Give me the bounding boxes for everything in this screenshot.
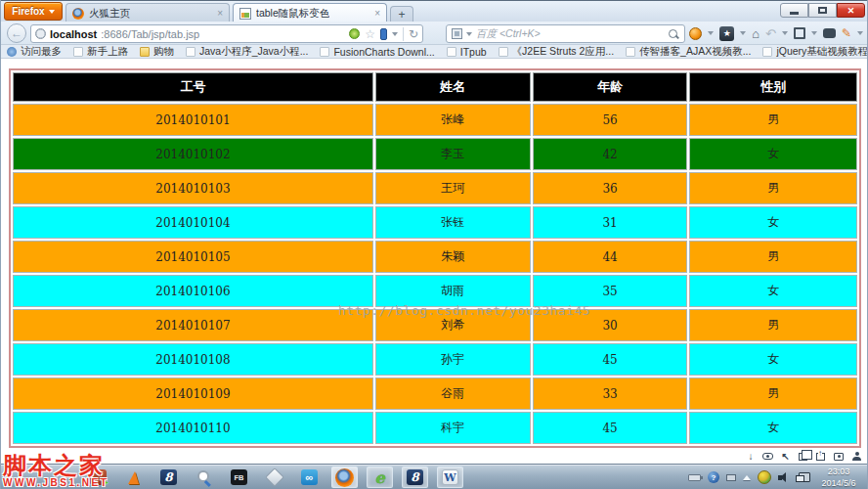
browser-window: Firefox 火狐主页 × table随鼠标变色 × + ✕ ← [0, 0, 868, 489]
search-bar[interactable]: 百度 <Ctrl+K> [446, 24, 685, 43]
bookmark-item[interactable]: 新手上路 [73, 45, 128, 59]
table-cell: 2014010104 [13, 206, 373, 239]
back-button[interactable]: ← [7, 23, 26, 43]
chevron-down-icon[interactable] [811, 31, 817, 35]
table-row[interactable]: 2014010106胡雨35女 [13, 275, 857, 307]
app-tile [125, 469, 142, 485]
cursor-select-icon[interactable]: ↖ [782, 452, 790, 462]
copy-windows-icon[interactable] [799, 453, 807, 461]
matlab-icon[interactable] [120, 467, 147, 488]
app-tile: FB [231, 469, 247, 485]
mobile-device-icon[interactable] [380, 28, 387, 40]
bookmark-star-icon[interactable]: ☆ [365, 28, 375, 40]
folder-icon [140, 47, 150, 57]
download-arrow-icon[interactable]: ↓ [749, 452, 754, 462]
new-tab-button[interactable]: + [390, 6, 413, 22]
table-cell: 王珂 [375, 172, 531, 204]
site-identity-globe-icon[interactable] [35, 28, 46, 39]
table-row[interactable]: 2014010105朱颖44男 [13, 241, 857, 273]
snip-tool-icon[interactable] [191, 467, 217, 488]
word-icon[interactable]: W [437, 467, 463, 488]
chevron-down-icon[interactable] [466, 32, 472, 36]
network-icon[interactable] [799, 472, 810, 482]
app-tile [195, 469, 212, 485]
chevron-down-icon[interactable] [740, 31, 746, 35]
app8-icon-2[interactable]: 8 [402, 467, 428, 488]
chevron-down-icon[interactable] [857, 31, 863, 35]
camera-capture-icon[interactable] [834, 453, 844, 461]
bookmark-item[interactable]: 购物 [140, 45, 174, 59]
table-cell: 女 [689, 138, 857, 170]
cloud-icon[interactable]: ∞ [296, 467, 323, 488]
fb-icon[interactable]: FB [226, 467, 252, 488]
red-suite-icon[interactable] [85, 467, 111, 488]
table-row[interactable]: 2014010108孙宇45女 [13, 343, 857, 376]
table-row[interactable]: 2014010102李玉42女 [13, 138, 857, 170]
firefox-icon[interactable] [331, 467, 358, 488]
close-button[interactable]: ✕ [837, 3, 865, 18]
bookmark-item[interactable]: Java小程序_Java小程... [186, 45, 308, 59]
crop-icon[interactable] [794, 27, 805, 39]
export-icon[interactable] [816, 453, 825, 461]
home-icon[interactable]: ⌂ [752, 27, 760, 40]
tab-table-page[interactable]: table随鼠标变色 × [233, 3, 387, 22]
taskbar-apps: 8FB∞e8W [85, 466, 463, 489]
help-balloon-icon[interactable]: ? [708, 471, 719, 483]
chevron-down-icon[interactable] [782, 31, 788, 35]
display-mini-icon[interactable] [726, 474, 736, 481]
bookmark-item[interactable]: 访问最多 [7, 45, 62, 59]
tab-firefox-home[interactable]: 火狐主页 × [65, 3, 230, 22]
feedback-bubble-icon[interactable] [823, 28, 836, 38]
tab-close-icon[interactable]: × [217, 8, 223, 19]
options-ball-icon[interactable] [689, 27, 702, 40]
chevron-down-icon [49, 10, 55, 14]
tab-title: table随鼠标变色 [256, 7, 329, 21]
bookmark-item[interactable]: ITpub [447, 46, 487, 58]
plugin-status-icon[interactable] [349, 28, 360, 39]
taskbar-clock[interactable]: 23:03 2014/5/6 [813, 466, 864, 489]
bookmark-item[interactable]: jQuery基础视频教程-... [762, 45, 867, 59]
tab-close-icon[interactable]: × [374, 8, 380, 19]
chevron-down-icon[interactable] [708, 31, 714, 35]
column-header: 姓名 [375, 72, 531, 102]
battery-icon[interactable] [688, 474, 701, 481]
security-ball-icon[interactable] [758, 470, 771, 484]
minimize-button[interactable] [780, 3, 808, 18]
url-bar[interactable]: localhost :8686/Tab/jsp/tab.jsp ☆ ↻ [30, 24, 423, 43]
clock-time: 23:03 [813, 466, 864, 477]
search-engine-icon[interactable] [452, 28, 462, 39]
folder-icon [447, 47, 456, 57]
table-cell: 谷雨 [375, 378, 531, 410]
user-icon[interactable] [852, 452, 861, 461]
screen-record-icon[interactable] [762, 453, 773, 460]
table-row[interactable]: 2014010109谷雨33男 [13, 378, 857, 410]
table-cell: 42 [533, 138, 688, 170]
maximize-button[interactable] [808, 3, 837, 18]
app8-icon[interactable]: 8 [155, 467, 182, 488]
table-cell: 2014010107 [13, 309, 373, 341]
bookmark-item[interactable]: 传智播客_AJAX视频教... [626, 45, 751, 59]
table-row[interactable]: 2014010103王珂36男 [13, 172, 857, 204]
search-input[interactable]: 百度 <Ctrl+K> [476, 27, 541, 41]
volume-icon[interactable] [778, 471, 792, 483]
table-row[interactable]: 2014010101张峰56男 [13, 104, 857, 136]
table-row[interactable]: 2014010107刘希30男 [13, 309, 857, 341]
firefox-menu-button[interactable]: Firefox [4, 2, 63, 21]
folder-icon [499, 47, 508, 57]
chevron-down-icon[interactable] [392, 32, 398, 36]
pen-icon[interactable]: ✎ [842, 26, 851, 40]
ie-icon[interactable]: e [367, 467, 393, 488]
table-row[interactable]: 2014010104张钰31女 [13, 206, 857, 239]
undo-icon[interactable]: ↶ [765, 27, 776, 40]
bookmark-item[interactable]: FusionCharts Downl... [320, 46, 434, 58]
taskbar[interactable]: 8FB∞e8W ? 23:03 2014/5/6 [1, 464, 867, 489]
table-cell: 2014010103 [13, 172, 373, 204]
cube-icon[interactable] [261, 467, 287, 488]
table-row[interactable]: 2014010110科宇45女 [13, 412, 857, 444]
bookmark-item[interactable]: 《J2EE Struts 2应用... [499, 45, 614, 59]
search-icon[interactable] [668, 28, 679, 40]
show-hidden-icon[interactable] [743, 475, 751, 480]
employee-table: 工号姓名年龄性别 2014010101张峰56男2014010102李玉42女2… [9, 68, 861, 448]
bookmarks-menu-icon[interactable]: ★ [719, 26, 734, 41]
reload-icon[interactable]: ↻ [409, 28, 418, 40]
